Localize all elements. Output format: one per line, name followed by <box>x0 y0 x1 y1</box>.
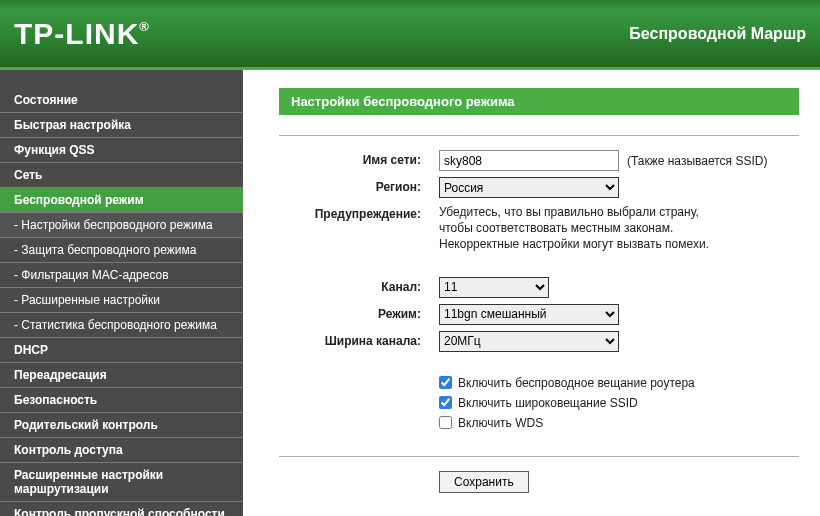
logo-reg: ® <box>139 19 150 34</box>
divider <box>279 135 799 136</box>
mode-label: Режим: <box>279 304 439 321</box>
warning-text: Убедитесь, что вы правильно выбрали стра… <box>439 204 709 253</box>
sidebar-item-5[interactable]: - Настройки беспроводного режима <box>0 213 243 238</box>
ssid-label: Имя сети: <box>279 150 439 167</box>
enable-radio-checkbox[interactable] <box>439 376 452 389</box>
header-bar: TP-LINK® Беспроводной Маршр <box>0 0 820 70</box>
region-label: Регион: <box>279 177 439 194</box>
logo: TP-LINK® <box>14 17 150 51</box>
enable-radio-label: Включить беспроводное вещание роутера <box>458 376 695 390</box>
sidebar-item-4[interactable]: Беспроводной режим <box>0 188 243 213</box>
enable-wds-label: Включить WDS <box>458 416 543 430</box>
content-area: Настройки беспроводного режима Имя сети:… <box>243 70 820 516</box>
ssid-input[interactable] <box>439 150 619 171</box>
sidebar-item-9[interactable]: - Статистика беспроводного режима <box>0 313 243 338</box>
width-label: Ширина канала: <box>279 331 439 348</box>
sidebar-item-15[interactable]: Расширенные настройки маршрутизации <box>0 463 243 502</box>
panel-title: Настройки беспроводного режима <box>279 88 799 115</box>
header-title: Беспроводной Маршр <box>629 25 806 43</box>
sidebar-item-8[interactable]: - Расширенные настройки <box>0 288 243 313</box>
enable-ssid-broadcast-checkbox[interactable] <box>439 396 452 409</box>
enable-wds-checkbox[interactable] <box>439 416 452 429</box>
width-select[interactable]: 20МГц <box>439 331 619 352</box>
enable-ssid-broadcast-label: Включить широковещание SSID <box>458 396 638 410</box>
sidebar-item-6[interactable]: - Защита беспроводного режима <box>0 238 243 263</box>
mode-select[interactable]: 11bgn смешанный <box>439 304 619 325</box>
logo-text: TP-LINK <box>14 17 139 50</box>
sidebar-item-11[interactable]: Переадресация <box>0 363 243 388</box>
save-button[interactable]: Сохранить <box>439 471 529 493</box>
sidebar-item-13[interactable]: Родительский контроль <box>0 413 243 438</box>
sidebar-item-16[interactable]: Контроль пропускной способности <box>0 502 243 516</box>
sidebar-item-7[interactable]: - Фильтрация MAC-адресов <box>0 263 243 288</box>
sidebar-item-3[interactable]: Сеть <box>0 163 243 188</box>
sidebar-item-14[interactable]: Контроль доступа <box>0 438 243 463</box>
sidebar-item-1[interactable]: Быстрая настройка <box>0 113 243 138</box>
sidebar-item-12[interactable]: Безопасность <box>0 388 243 413</box>
ssid-hint: (Также называется SSID) <box>627 154 767 168</box>
sidebar: СостояниеБыстрая настройкаФункция QSSСет… <box>0 70 243 516</box>
divider <box>279 456 799 457</box>
sidebar-item-10[interactable]: DHCP <box>0 338 243 363</box>
sidebar-item-0[interactable]: Состояние <box>0 88 243 113</box>
channel-select[interactable]: 11 <box>439 277 549 298</box>
warning-label: Предупреждение: <box>279 204 439 221</box>
sidebar-item-2[interactable]: Функция QSS <box>0 138 243 163</box>
channel-label: Канал: <box>279 277 439 294</box>
region-select[interactable]: Россия <box>439 177 619 198</box>
